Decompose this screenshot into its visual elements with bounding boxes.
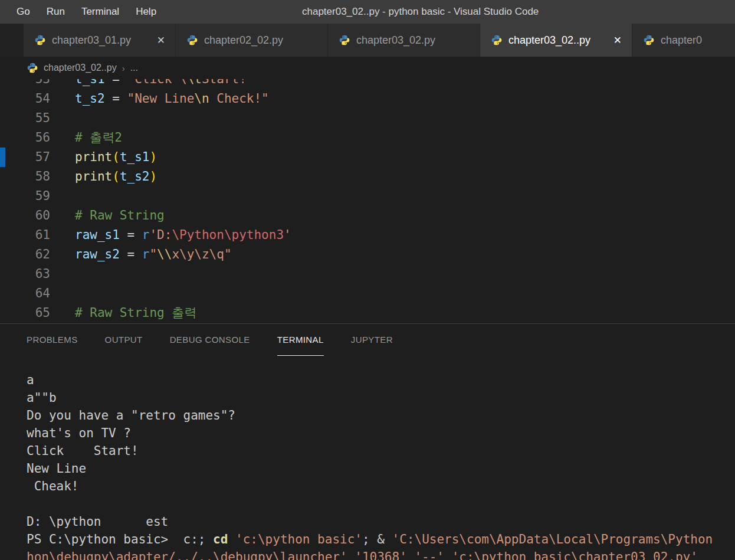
code-line-58[interactable]: 58print(t_s2) [0,167,735,186]
code-text [50,109,75,128]
breadcrumb-more[interactable]: ... [130,63,138,73]
code-line-62[interactable]: 62raw_s2 = r"\\x\y\z\q" [0,245,735,264]
line-number: 54 [0,89,50,109]
tab-chapter0[interactable]: chapter0✕ [632,24,735,57]
python-file-icon [27,62,38,74]
panel-tab-jupyter[interactable]: JUPYTER [351,324,393,356]
window-title: chapter03_02..py - python basic - Visual… [302,0,539,24]
line-number: 55 [0,109,50,128]
editor-tabs: chapter03_01.py✕chapter02_02.py✕chapter0… [24,24,735,57]
tab-chapter03_01.py[interactable]: chapter03_01.py✕ [24,24,176,57]
menu-help[interactable]: Help [127,0,165,24]
tab-label: chapter0 [661,34,702,47]
menu-run[interactable]: Run [38,0,73,24]
terminal-line: New Line [27,460,735,477]
line-number: 64 [0,284,50,303]
code-line-65[interactable]: 65# Raw String 출력 [0,303,735,323]
terminal-line: D: \python est [27,513,735,530]
code-text: t_s1 = "Click \\tStart!" [50,79,254,89]
code-line-57[interactable]: 57print(t_s1) [0,148,735,167]
code-line-55[interactable]: 55 [0,109,735,128]
tab-chapter03_02..py[interactable]: chapter03_02..py✕ [480,24,632,57]
line-number: 57 [0,148,50,167]
code-text: # Raw String [50,206,165,225]
python-file-icon [339,34,350,46]
code-text: print(t_s1) [50,148,157,167]
terminal-line: what's on TV ? [27,424,735,442]
python-file-icon [491,34,503,46]
line-number: 62 [0,245,50,264]
code-text: raw_s2 = r"\\x\y\z\q" [50,245,232,264]
line-number: 56 [0,128,50,148]
panel-tab-terminal[interactable]: TERMINAL [277,324,324,356]
breadcrumb-filename[interactable]: chapter03_02..py [44,63,117,73]
tab-label: chapter03_02.py [356,34,435,47]
terminal-line: Cheak! [27,477,735,495]
code-line-59[interactable]: 59 [0,186,735,206]
panel-tab-problems[interactable]: PROBLEMS [27,324,78,356]
chevron-right-icon: › [122,63,125,73]
code-text: # 출력2 [50,128,122,148]
code-text: raw_s1 = r'D:\Python\python3' [50,225,291,245]
code-text: # Raw String 출력 [50,303,196,323]
tab-chapter03_02.py[interactable]: chapter03_02.py✕ [328,24,480,57]
terminal-line: PS C:\python basic> c:; cd 'c:\python ba… [27,530,735,548]
python-file-icon [186,34,198,46]
code-line-54[interactable]: 54t_s2 = "New Line\n Check!" [0,89,735,109]
python-file-icon [34,34,46,46]
breadcrumb[interactable]: chapter03_02..py › ... [0,57,735,79]
close-icon[interactable]: ✕ [155,34,167,47]
code-text: t_s2 = "New Line\n Check!" [50,89,269,109]
panel-tab-debug-console[interactable]: DEBUG CONSOLE [170,324,250,356]
code-text [50,264,75,284]
code-line-56[interactable]: 56# 출력2 [0,128,735,148]
python-file-icon [643,34,655,46]
panel-tab-output[interactable]: OUTPUT [105,324,143,356]
tab-label: chapter03_02..py [508,34,590,47]
code-line-63[interactable]: 63 [0,264,735,284]
terminal-output[interactable]: aa""bDo you have a "retro games"?what's … [0,356,735,560]
gutter-decoration [0,148,5,167]
terminal-line: Click Start! [27,442,735,460]
line-number: 61 [0,225,50,245]
code-line-53[interactable]: 53t_s1 = "Click \\tStart!" [0,79,735,89]
terminal-line: a""b [27,389,735,407]
title-bar: GoRunTerminalHelp chapter03_02..py - pyt… [0,0,735,24]
code-line-64[interactable]: 64 [0,284,735,303]
tab-label: chapter02_02.py [204,34,283,47]
line-number: 58 [0,167,50,186]
line-number: 53 [0,79,50,89]
terminal-line: Do you have a "retro games"? [27,407,735,424]
code-editor[interactable]: 53t_s1 = "Click \\tStart!"54t_s2 = "New … [0,79,735,323]
tab-chapter02_02.py[interactable]: chapter02_02.py✕ [176,24,328,57]
bottom-panel: PROBLEMSOUTPUTDEBUG CONSOLETERMINALJUPYT… [0,323,735,560]
code-lines: 53t_s1 = "Click \\tStart!"54t_s2 = "New … [0,79,735,323]
tab-bar-spacer [0,24,24,57]
menu-terminal[interactable]: Terminal [73,0,127,24]
code-text [50,186,75,206]
line-number: 63 [0,264,50,284]
line-number: 65 [0,303,50,323]
close-icon[interactable]: ✕ [612,34,624,47]
editor-tab-bar: chapter03_01.py✕chapter02_02.py✕chapter0… [0,24,735,57]
menu-go[interactable]: Go [8,0,38,24]
line-number: 60 [0,206,50,225]
menu-bar: GoRunTerminalHelp [0,0,165,24]
terminal-line: a [27,371,735,389]
vscode-window: { "titlebar": { "menu": ["Go", "Run", "T… [0,0,735,560]
line-number: 59 [0,186,50,206]
panel-tab-bar: PROBLEMSOUTPUTDEBUG CONSOLETERMINALJUPYT… [0,324,735,356]
code-text [50,284,75,303]
code-line-61[interactable]: 61raw_s1 = r'D:\Python\python3' [0,225,735,245]
tab-label: chapter03_01.py [52,34,131,47]
code-line-60[interactable]: 60# Raw String [0,206,735,225]
terminal-line [27,495,735,513]
terminal-line: hon\debugpy\adapter/../..\debugpy\launch… [27,548,735,560]
code-text: print(t_s2) [50,167,157,186]
